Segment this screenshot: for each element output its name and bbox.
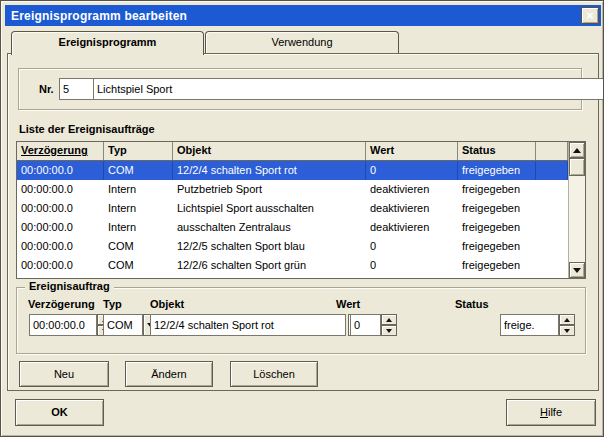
cell-verzoegerung: 00:00:00.0 — [17, 256, 104, 275]
aendern-button[interactable]: Ändern — [125, 361, 213, 387]
loeschen-button[interactable]: Löschen — [230, 361, 318, 387]
cell-verzoegerung: 00:00:00.0 — [17, 161, 104, 180]
cell-objekt: Lichtspiel Sport ausschalten — [173, 199, 366, 218]
cell-status: freigegeben — [458, 218, 536, 237]
status-spin-down-button[interactable] — [559, 325, 575, 336]
typ-label: Typ — [103, 298, 122, 310]
window-title: Ereignisprogramm bearbeiten — [5, 9, 187, 23]
cell-objekt: 12/2/4 schalten Sport rot — [173, 161, 366, 180]
tab-page-ereignisprogramm: Nr. Liste der Ereignisaufträge Verzögeru… — [7, 53, 599, 391]
neu-button[interactable]: Neu — [19, 361, 109, 387]
column-header-typ[interactable]: Typ — [104, 142, 173, 160]
scroll-down-button[interactable] — [569, 262, 585, 278]
dialog-window: Ereignisprogramm bearbeiten × Ereignispr… — [0, 0, 604, 437]
scroll-up-button[interactable] — [569, 142, 585, 158]
cell-wert: deaktivieren — [366, 180, 458, 199]
cell-status: freigegeben — [458, 256, 536, 275]
cell-verzoegerung: 00:00:00.0 — [17, 199, 104, 218]
program-name-input[interactable] — [93, 78, 604, 100]
close-icon: × — [586, 10, 593, 22]
cell-typ: Intern — [104, 218, 173, 237]
ereignisauftrag-group-label: Ereignisauftrag — [25, 280, 114, 292]
table-header: Verzögerung Typ Objekt Wert Status — [17, 142, 568, 161]
arrow-up-icon — [386, 318, 392, 322]
cell-verzoegerung: 00:00:00.0 — [17, 218, 104, 237]
cell-typ: COM — [104, 237, 173, 256]
ok-button[interactable]: OK — [15, 399, 104, 426]
table-row[interactable]: 00:00:00.0 Intern ausschalten Zentralaus… — [17, 218, 568, 237]
cell-status: freigegeben — [458, 199, 536, 218]
arrow-down-icon — [573, 268, 581, 273]
cell-status: freigegeben — [458, 237, 536, 256]
titlebar[interactable]: Ereignisprogramm bearbeiten × — [5, 5, 601, 26]
cell-typ: COM — [104, 256, 173, 275]
arrow-down-icon — [386, 329, 392, 333]
cell-verzoegerung: 00:00:00.0 — [17, 180, 104, 199]
cell-wert: 0 — [366, 161, 458, 180]
column-header-status[interactable]: Status — [458, 142, 536, 160]
objekt-input[interactable] — [150, 314, 346, 336]
status-label: Status — [455, 298, 489, 310]
column-header-verzoegerung[interactable]: Verzögerung — [17, 142, 104, 160]
nr-groupbox: Nr. — [18, 68, 582, 110]
cell-objekt: ausschalten Zentralaus — [173, 218, 366, 237]
verzoegerung-stepper — [29, 314, 113, 336]
scrollbar-thumb[interactable] — [569, 158, 585, 176]
status-spin-up-button[interactable] — [559, 314, 575, 325]
column-header-spacer — [536, 142, 568, 160]
status-stepper — [500, 314, 575, 336]
table-row[interactable]: 00:00:00.0 Intern Putzbetrieb Sport deak… — [17, 180, 568, 199]
column-header-wert[interactable]: Wert — [366, 142, 458, 160]
table-row[interactable]: 00:00:00.0 Intern Lichtspiel Sport aussc… — [17, 199, 568, 218]
wert-label: Wert — [336, 298, 360, 310]
cell-typ: Intern — [104, 199, 173, 218]
cell-wert: 0 — [366, 237, 458, 256]
hilfe-button[interactable]: Hilfe — [506, 399, 596, 426]
list-label: Liste der Ereignisaufträge — [19, 123, 155, 135]
cell-wert: 0 — [366, 256, 458, 275]
vertical-scrollbar[interactable] — [568, 142, 585, 278]
verzoegerung-input[interactable] — [29, 314, 97, 336]
cell-objekt: 12/2/5 schalten Sport blau — [173, 237, 366, 256]
table-row[interactable]: 00:00:00.0 COM 12/2/6 schalten Sport grü… — [17, 256, 568, 275]
ereignisauftrag-groupbox: Ereignisauftrag Verzögerung Typ Objekt W… — [16, 287, 586, 354]
status-input[interactable] — [500, 314, 559, 336]
cell-wert: deaktivieren — [366, 199, 458, 218]
column-header-objekt[interactable]: Objekt — [173, 142, 366, 160]
wert-input[interactable] — [350, 314, 381, 336]
cell-verzoegerung: 00:00:00.0 — [17, 237, 104, 256]
objekt-field-wrap — [150, 314, 346, 336]
cell-typ: Intern — [104, 180, 173, 199]
cell-status: freigegeben — [458, 161, 536, 180]
objekt-label: Objekt — [150, 298, 184, 310]
cell-typ: COM — [104, 161, 173, 180]
verzoegerung-label: Verzögerung — [28, 298, 95, 310]
nr-label: Nr. — [39, 83, 54, 95]
event-orders-table: Verzögerung Typ Objekt Wert Status 00:00… — [16, 141, 586, 279]
cell-wert: deaktivieren — [366, 218, 458, 237]
tab-ereignisprogramm[interactable]: Ereignisprogramm — [11, 31, 204, 55]
typ-input[interactable] — [103, 314, 143, 336]
cell-objekt: Putzbetrieb Sport — [173, 180, 366, 199]
close-button[interactable]: × — [581, 7, 599, 24]
cell-objekt: 12/2/6 schalten Sport grün — [173, 256, 366, 275]
scrollbar-track[interactable] — [569, 176, 585, 262]
table-row[interactable]: 00:00:00.0 COM 12/2/4 schalten Sport rot… — [17, 161, 568, 180]
arrow-up-icon — [564, 318, 570, 322]
table-row[interactable]: 00:00:00.0 COM 12/2/5 schalten Sport bla… — [17, 237, 568, 256]
wert-spin-up-button[interactable] — [381, 314, 397, 325]
tab-verwendung[interactable]: Verwendung — [205, 31, 399, 53]
arrow-down-icon — [564, 329, 570, 333]
wert-stepper — [350, 314, 397, 336]
arrow-up-icon — [573, 148, 581, 153]
wert-spin-down-button[interactable] — [381, 325, 397, 336]
cell-status: freigegeben — [458, 180, 536, 199]
